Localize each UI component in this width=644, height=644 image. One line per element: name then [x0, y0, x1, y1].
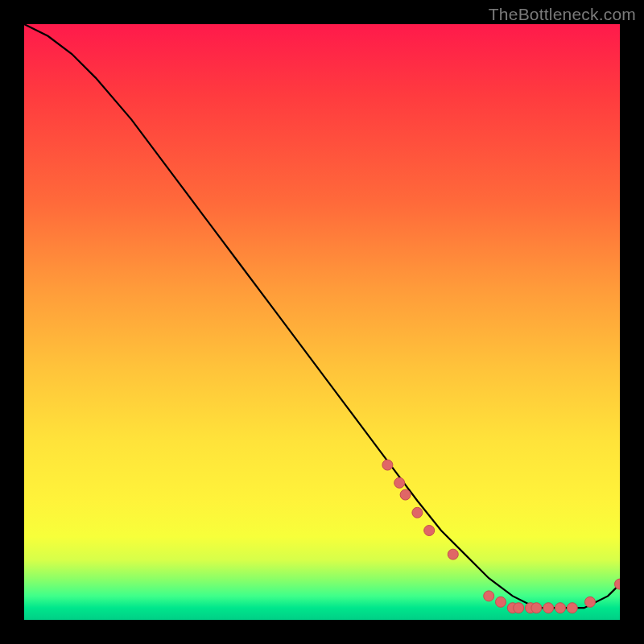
data-marker	[424, 526, 435, 536]
data-marker	[585, 597, 596, 607]
data-marker	[531, 603, 542, 613]
data-marker	[394, 477, 405, 488]
data-marker	[484, 591, 494, 601]
curve-path	[24, 24, 620, 608]
data-marker	[567, 603, 577, 613]
plot-area	[24, 24, 620, 620]
data-marker	[412, 507, 423, 518]
data-marker	[555, 603, 566, 613]
chart-svg	[24, 24, 620, 620]
data-marker	[400, 489, 411, 500]
data-marker	[514, 603, 524, 613]
data-marker	[448, 549, 458, 559]
data-marker	[543, 603, 554, 613]
data-marker	[382, 460, 393, 470]
chart-frame: TheBottleneck.com	[0, 0, 644, 644]
data-marker	[496, 597, 506, 607]
watermark-text: TheBottleneck.com	[489, 5, 636, 24]
marker-group	[382, 460, 620, 613]
